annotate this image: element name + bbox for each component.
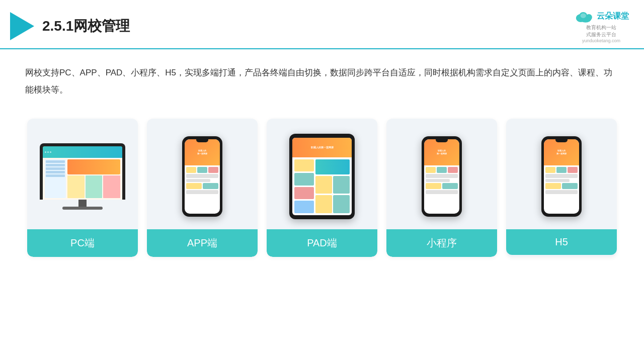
card-pc-label: PC端 bbox=[27, 229, 138, 257]
card-pad-image: 职通人的第一堂网课 bbox=[267, 119, 377, 229]
brand-logo: 云朵课堂 bbox=[574, 9, 629, 23]
monitor-mockup bbox=[40, 143, 125, 210]
header: 2.5.1网校管理 云朵课堂 教育机构一站式服务云平台 yunduoketang… bbox=[0, 0, 644, 49]
brand-name: 云朵课堂 bbox=[597, 11, 629, 22]
page-title: 2.5.1网校管理 bbox=[42, 17, 130, 36]
card-pad: 职通人的第一堂网课 bbox=[267, 119, 377, 257]
tablet-mockup: 职通人的第一堂网课 bbox=[289, 134, 355, 219]
header-left: 2.5.1网校管理 bbox=[10, 12, 130, 40]
card-app: 职通人的第一堂网课 bbox=[147, 119, 258, 257]
card-mini-image: 职通人的第一堂网课 bbox=[386, 119, 497, 229]
phone-mockup-mini: 职通人的第一堂网课 bbox=[422, 136, 462, 217]
card-h5-label: H5 bbox=[506, 229, 617, 255]
cloud-icon bbox=[574, 9, 594, 23]
brand-url: yunduoketang.com bbox=[582, 38, 620, 43]
card-pc: PC端 bbox=[27, 119, 138, 257]
cards-section: PC端 职通人的第一堂网课 bbox=[0, 104, 644, 257]
card-pc-image bbox=[27, 119, 138, 229]
logo-triangle-icon bbox=[10, 12, 34, 40]
description-text: 网校支持PC、APP、PAD、小程序、H5，实现多端打通，产品各终端自由切换，数… bbox=[0, 49, 644, 104]
brand-tagline: 教育机构一站式服务云平台 bbox=[586, 24, 616, 38]
svg-point-4 bbox=[581, 13, 586, 18]
phone-mockup-h5: 职通人的第一堂网课 bbox=[541, 136, 582, 217]
card-h5-image: 职通人的第一堂网课 bbox=[506, 119, 617, 229]
phone-mockup-app: 职通人的第一堂网课 bbox=[182, 136, 222, 217]
card-app-image: 职通人的第一堂网课 bbox=[147, 119, 258, 229]
brand-area: 云朵课堂 教育机构一站式服务云平台 yunduoketang.com bbox=[574, 9, 629, 43]
card-app-label: APP端 bbox=[147, 229, 258, 257]
card-pad-label: PAD端 bbox=[267, 229, 377, 257]
card-mini-label: 小程序 bbox=[386, 229, 497, 257]
card-h5: 职通人的第一堂网课 bbox=[506, 119, 617, 257]
card-mini: 职通人的第一堂网课 bbox=[386, 119, 497, 257]
svg-point-3 bbox=[586, 14, 592, 21]
